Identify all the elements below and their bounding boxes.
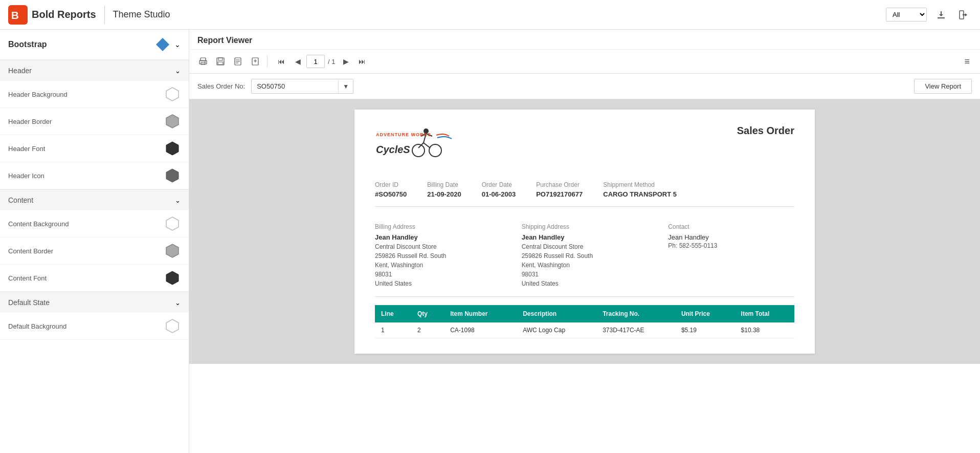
content-font-label: Content Font xyxy=(8,274,47,282)
shipment-cell: Shippment Method CARGO TRANSPORT 5 xyxy=(603,181,677,198)
billing-date-value: 21-09-2020 xyxy=(427,190,461,198)
content-area: Report Viewer xyxy=(189,30,980,453)
download-icon-btn[interactable] xyxy=(933,7,949,23)
brand-logo: B Bold Reports xyxy=(8,5,96,25)
top-nav: B Bold Reports Theme Studio All xyxy=(0,0,980,30)
header-border-label: Header Border xyxy=(8,118,52,125)
content-background-color[interactable] xyxy=(164,215,181,232)
header-icon-color[interactable] xyxy=(164,167,181,184)
order-id-cell: Order ID #SO50750 xyxy=(375,181,407,198)
purchase-order-label: Purchase Order xyxy=(536,181,583,188)
export-btn[interactable] xyxy=(248,54,263,69)
default-background-label: Default Background xyxy=(8,322,66,330)
svg-rect-18 xyxy=(218,58,222,60)
content-border-color[interactable] xyxy=(164,243,181,259)
contact-label: Contact xyxy=(668,223,794,230)
section-header-default-state[interactable]: Default State ⌄ xyxy=(0,292,189,313)
col-line: Line xyxy=(375,305,411,322)
content-font-color[interactable] xyxy=(164,270,181,286)
save-btn[interactable] xyxy=(213,54,228,69)
page-setup-btn[interactable] xyxy=(230,54,246,69)
section-content-chevron: ⌄ xyxy=(175,197,181,204)
signout-icon-btn[interactable] xyxy=(955,7,972,23)
sidebar-item-content-background: Content Background xyxy=(0,210,189,238)
order-id-label: Order ID xyxy=(375,181,407,188)
theme-controls: ⌄ xyxy=(155,37,181,52)
billing-address-label: Billing Address xyxy=(375,223,501,230)
billing-country: United States xyxy=(375,279,501,288)
next-page-btn[interactable]: ▶ xyxy=(338,54,353,69)
svg-rect-2 xyxy=(938,17,945,18)
table-header-row: Line Qty Item Number Description Trackin… xyxy=(375,305,794,322)
shipping-street: 259826 Russell Rd. South xyxy=(522,251,648,261)
hex-outline-gray-2 xyxy=(165,244,180,258)
param-sales-order-select[interactable]: SO50750 ▼ xyxy=(251,79,353,94)
current-page-input[interactable] xyxy=(306,55,325,68)
shipping-address-label: Shipping Address xyxy=(522,223,648,230)
table-cell: 2 xyxy=(411,322,444,338)
report-viewer-container: Report Viewer xyxy=(189,30,980,453)
print-btn[interactable] xyxy=(195,54,211,69)
table-cell: 373D-417C-AE xyxy=(596,322,675,338)
default-background-color[interactable] xyxy=(164,318,181,334)
shipping-address-block: Shipping Address Jean Handley Central Di… xyxy=(522,223,648,288)
shipping-city: Kent, Washington xyxy=(522,261,648,270)
theme-filter-wrapper: All xyxy=(886,8,927,21)
section-default-chevron: ⌄ xyxy=(175,299,181,307)
svg-marker-6 xyxy=(166,115,179,128)
hex-outline-white-3 xyxy=(165,319,180,333)
purchase-order-value: PO7192170677 xyxy=(536,190,583,198)
view-report-btn[interactable]: View Report xyxy=(914,79,972,94)
col-unit-price: Unit Price xyxy=(675,305,735,322)
signout-icon xyxy=(958,9,969,20)
table-cell: 1 xyxy=(375,322,411,338)
header-font-label: Header Font xyxy=(8,145,45,153)
shipment-label: Shippment Method xyxy=(603,181,677,188)
col-qty: Qty xyxy=(411,305,444,322)
shipment-value: CARGO TRANSPORT 5 xyxy=(603,190,677,198)
first-page-btn[interactable]: ⏮ xyxy=(274,54,289,69)
hex-dark xyxy=(165,141,180,156)
report-viewer-title: Report Viewer xyxy=(197,36,252,45)
sidebar-header: Bootstrap ⌄ xyxy=(0,30,189,60)
hex-mid-dark xyxy=(165,168,180,183)
sidebar-item-header-font: Header Font xyxy=(0,135,189,162)
hex-outline-white-2 xyxy=(165,217,180,231)
order-info-row: Order ID #SO50750 Billing Date 21-09-202… xyxy=(375,173,794,207)
order-date-label: Order Date xyxy=(482,181,516,188)
header-font-color[interactable] xyxy=(164,140,181,157)
col-tracking: Tracking No. xyxy=(596,305,675,322)
theme-diamond-icon xyxy=(155,37,170,52)
theme-chevron-icon[interactable]: ⌄ xyxy=(174,40,181,49)
svg-marker-11 xyxy=(166,271,179,285)
svg-text:B: B xyxy=(11,9,19,20)
header-border-color[interactable] xyxy=(164,113,181,130)
content-background-label: Content Background xyxy=(8,220,69,228)
svg-marker-8 xyxy=(166,169,179,182)
header-icon-label: Header Icon xyxy=(8,172,44,180)
section-header-header[interactable]: Header ⌄ xyxy=(0,60,189,81)
sales-order-title: Sales Order xyxy=(737,125,794,136)
theme-filter-select[interactable]: All xyxy=(886,8,927,21)
shipping-name: Jean Handley xyxy=(522,233,648,241)
billing-company: Central Discount Store xyxy=(375,242,501,251)
col-item-number: Item Number xyxy=(444,305,517,322)
svg-point-31 xyxy=(412,144,425,157)
nav-divider xyxy=(104,6,105,24)
section-header-content[interactable]: Content ⌄ xyxy=(0,189,189,210)
sidebar: Bootstrap ⌄ Header ⌄ Header Background xyxy=(0,30,189,453)
prev-page-btn[interactable]: ◀ xyxy=(290,54,305,69)
last-page-btn[interactable]: ⏭ xyxy=(354,54,370,69)
nav-right-controls: All xyxy=(886,7,972,23)
billing-address-block: Billing Address Jean Handley Central Dis… xyxy=(375,223,501,288)
billing-zip: 98031 xyxy=(375,270,501,279)
svg-point-32 xyxy=(429,144,441,157)
header-background-color[interactable] xyxy=(164,86,181,102)
shipping-country: United States xyxy=(522,279,648,288)
svg-line-28 xyxy=(424,143,430,148)
param-bar: Sales Order No: SO50750 ▼ View Report xyxy=(189,74,980,99)
sales-order-heading: Sales Order xyxy=(737,125,794,137)
table-cell: $10.38 xyxy=(735,322,794,338)
hamburger-menu-btn[interactable]: ≡ xyxy=(960,54,974,69)
report-content-area: ADVENTURE WORKS CycleS Sales Order Order… xyxy=(189,99,980,364)
